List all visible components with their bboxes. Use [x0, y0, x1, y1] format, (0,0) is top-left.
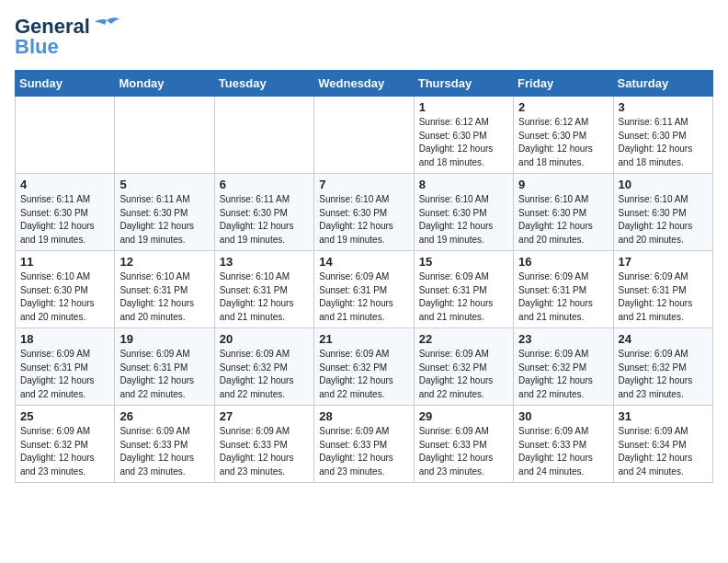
calendar-cell: 17Sunrise: 6:09 AM Sunset: 6:31 PM Dayli… [613, 251, 712, 328]
day-info: Sunrise: 6:09 AM Sunset: 6:31 PM Dayligh… [319, 270, 408, 324]
weekday-header-wednesday: Wednesday [314, 71, 414, 97]
day-number: 30 [518, 409, 608, 423]
calendar-cell: 6Sunrise: 6:11 AM Sunset: 6:30 PM Daylig… [214, 174, 313, 251]
calendar-cell: 20Sunrise: 6:09 AM Sunset: 6:32 PM Dayli… [214, 328, 313, 406]
day-info: Sunrise: 6:09 AM Sunset: 6:31 PM Dayligh… [20, 348, 109, 401]
calendar-cell: 7Sunrise: 6:10 AM Sunset: 6:30 PM Daylig… [314, 174, 414, 251]
calendar-cell: 25Sunrise: 6:09 AM Sunset: 6:32 PM Dayli… [16, 406, 115, 483]
day-number: 24 [619, 332, 708, 346]
day-info: Sunrise: 6:09 AM Sunset: 6:32 PM Dayligh… [220, 348, 309, 401]
day-info: Sunrise: 6:09 AM Sunset: 6:31 PM Dayligh… [119, 348, 209, 401]
calendar-week-row: 4Sunrise: 6:11 AM Sunset: 6:30 PM Daylig… [16, 174, 713, 251]
calendar-cell: 14Sunrise: 6:09 AM Sunset: 6:31 PM Dayli… [314, 251, 414, 328]
day-info: Sunrise: 6:09 AM Sunset: 6:33 PM Dayligh… [220, 425, 309, 478]
day-info: Sunrise: 6:09 AM Sunset: 6:31 PM Dayligh… [419, 270, 508, 324]
day-number: 5 [119, 178, 209, 191]
logo: General Blue [15, 15, 120, 59]
day-info: Sunrise: 6:09 AM Sunset: 6:31 PM Dayligh… [619, 270, 708, 324]
calendar-cell: 22Sunrise: 6:09 AM Sunset: 6:32 PM Dayli… [414, 328, 513, 406]
day-info: Sunrise: 6:09 AM Sunset: 6:32 PM Dayligh… [419, 348, 508, 401]
day-number: 1 [419, 100, 508, 114]
day-info: Sunrise: 6:09 AM Sunset: 6:33 PM Dayligh… [419, 425, 508, 478]
calendar-header-row: SundayMondayTuesdayWednesdayThursdayFrid… [16, 71, 713, 97]
day-number: 20 [220, 332, 309, 346]
calendar-cell: 4Sunrise: 6:11 AM Sunset: 6:30 PM Daylig… [16, 174, 115, 251]
day-number: 26 [119, 409, 209, 423]
day-number: 9 [518, 178, 608, 191]
day-number: 12 [119, 255, 209, 269]
day-info: Sunrise: 6:09 AM Sunset: 6:32 PM Dayligh… [619, 348, 708, 401]
calendar-cell [214, 97, 313, 174]
day-info: Sunrise: 6:11 AM Sunset: 6:30 PM Dayligh… [20, 193, 109, 247]
day-number: 15 [419, 255, 508, 269]
day-info: Sunrise: 6:09 AM Sunset: 6:32 PM Dayligh… [319, 348, 408, 401]
day-info: Sunrise: 6:09 AM Sunset: 6:33 PM Dayligh… [119, 425, 209, 478]
day-number: 22 [419, 332, 508, 346]
calendar-week-row: 25Sunrise: 6:09 AM Sunset: 6:32 PM Dayli… [16, 406, 713, 483]
calendar-cell: 3Sunrise: 6:11 AM Sunset: 6:30 PM Daylig… [613, 97, 712, 174]
day-info: Sunrise: 6:09 AM Sunset: 6:33 PM Dayligh… [518, 425, 608, 478]
day-info: Sunrise: 6:09 AM Sunset: 6:34 PM Dayligh… [619, 425, 708, 478]
calendar-cell: 1Sunrise: 6:12 AM Sunset: 6:30 PM Daylig… [414, 97, 513, 174]
day-info: Sunrise: 6:09 AM Sunset: 6:32 PM Dayligh… [20, 425, 109, 478]
calendar-cell: 9Sunrise: 6:10 AM Sunset: 6:30 PM Daylig… [514, 174, 613, 251]
day-number: 19 [119, 332, 209, 346]
weekday-header-tuesday: Tuesday [214, 71, 313, 97]
day-info: Sunrise: 6:09 AM Sunset: 6:31 PM Dayligh… [518, 270, 608, 324]
calendar-cell: 21Sunrise: 6:09 AM Sunset: 6:32 PM Dayli… [314, 328, 414, 406]
calendar-cell: 29Sunrise: 6:09 AM Sunset: 6:33 PM Dayli… [414, 406, 513, 483]
weekday-header-thursday: Thursday [414, 71, 513, 97]
day-number: 21 [319, 332, 408, 346]
weekday-header-monday: Monday [115, 71, 214, 97]
day-number: 28 [319, 409, 408, 423]
calendar-cell: 10Sunrise: 6:10 AM Sunset: 6:30 PM Dayli… [613, 174, 712, 251]
day-info: Sunrise: 6:10 AM Sunset: 6:31 PM Dayligh… [119, 270, 209, 324]
logo-bird-icon [93, 17, 120, 37]
weekday-header-sunday: Sunday [16, 71, 115, 97]
calendar-week-row: 18Sunrise: 6:09 AM Sunset: 6:31 PM Dayli… [16, 328, 713, 406]
day-info: Sunrise: 6:10 AM Sunset: 6:31 PM Dayligh… [220, 270, 309, 324]
day-number: 7 [319, 178, 408, 191]
day-number: 31 [619, 409, 708, 423]
calendar-cell [314, 97, 414, 174]
calendar-table: SundayMondayTuesdayWednesdayThursdayFrid… [15, 70, 713, 483]
calendar-cell: 2Sunrise: 6:12 AM Sunset: 6:30 PM Daylig… [514, 97, 613, 174]
calendar-week-row: 11Sunrise: 6:10 AM Sunset: 6:30 PM Dayli… [16, 251, 713, 328]
day-number: 23 [518, 332, 608, 346]
day-info: Sunrise: 6:09 AM Sunset: 6:32 PM Dayligh… [518, 348, 608, 401]
calendar-cell: 26Sunrise: 6:09 AM Sunset: 6:33 PM Dayli… [115, 406, 214, 483]
calendar-body: 1Sunrise: 6:12 AM Sunset: 6:30 PM Daylig… [16, 97, 713, 483]
calendar-cell: 31Sunrise: 6:09 AM Sunset: 6:34 PM Dayli… [613, 406, 712, 483]
day-info: Sunrise: 6:12 AM Sunset: 6:30 PM Dayligh… [518, 116, 608, 169]
day-number: 2 [518, 100, 608, 114]
calendar-cell: 16Sunrise: 6:09 AM Sunset: 6:31 PM Dayli… [514, 251, 613, 328]
calendar-cell: 8Sunrise: 6:10 AM Sunset: 6:30 PM Daylig… [414, 174, 513, 251]
calendar-cell: 23Sunrise: 6:09 AM Sunset: 6:32 PM Dayli… [514, 328, 613, 406]
day-number: 4 [20, 178, 109, 191]
day-info: Sunrise: 6:10 AM Sunset: 6:30 PM Dayligh… [319, 193, 408, 247]
day-info: Sunrise: 6:09 AM Sunset: 6:33 PM Dayligh… [319, 425, 408, 478]
day-info: Sunrise: 6:11 AM Sunset: 6:30 PM Dayligh… [119, 193, 209, 247]
day-number: 13 [220, 255, 309, 269]
day-number: 18 [20, 332, 109, 346]
calendar-cell: 27Sunrise: 6:09 AM Sunset: 6:33 PM Dayli… [214, 406, 313, 483]
day-number: 6 [220, 178, 309, 191]
weekday-header-friday: Friday [514, 71, 613, 97]
day-number: 17 [619, 255, 708, 269]
day-number: 25 [20, 409, 109, 423]
day-info: Sunrise: 6:12 AM Sunset: 6:30 PM Dayligh… [419, 116, 508, 169]
day-number: 10 [619, 178, 708, 191]
day-number: 16 [518, 255, 608, 269]
calendar-cell [115, 97, 214, 174]
calendar-cell: 19Sunrise: 6:09 AM Sunset: 6:31 PM Dayli… [115, 328, 214, 406]
calendar-week-row: 1Sunrise: 6:12 AM Sunset: 6:30 PM Daylig… [16, 97, 713, 174]
day-number: 3 [619, 100, 708, 114]
calendar-cell: 12Sunrise: 6:10 AM Sunset: 6:31 PM Dayli… [115, 251, 214, 328]
calendar-cell: 15Sunrise: 6:09 AM Sunset: 6:31 PM Dayli… [414, 251, 513, 328]
day-info: Sunrise: 6:11 AM Sunset: 6:30 PM Dayligh… [220, 193, 309, 247]
calendar-cell [16, 97, 115, 174]
calendar-cell: 18Sunrise: 6:09 AM Sunset: 6:31 PM Dayli… [16, 328, 115, 406]
day-number: 27 [220, 409, 309, 423]
day-number: 29 [419, 409, 508, 423]
day-info: Sunrise: 6:10 AM Sunset: 6:30 PM Dayligh… [20, 270, 109, 324]
